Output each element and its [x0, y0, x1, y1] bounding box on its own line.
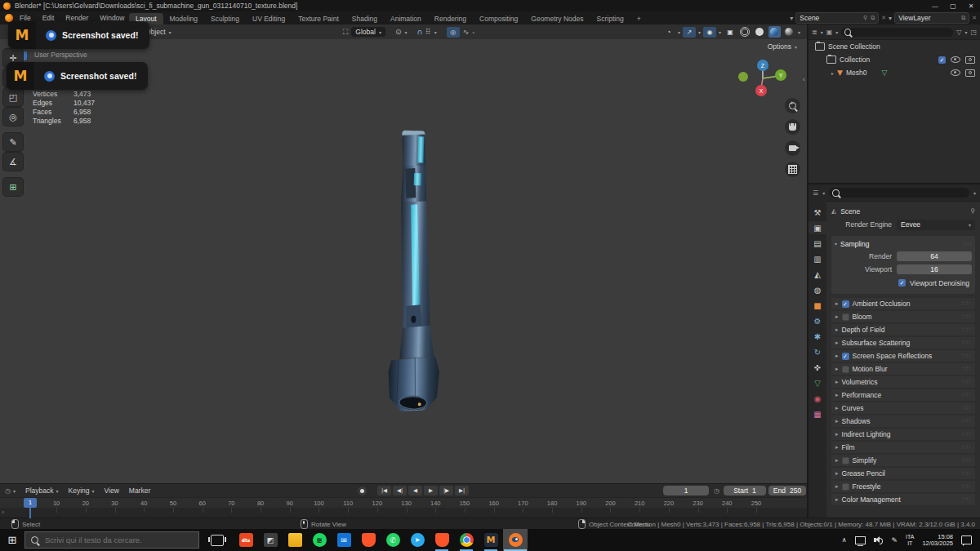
toast-notification[interactable]: M Screenshot saved! [7, 62, 148, 90]
taskbar-icon-dts[interactable]: dts [234, 529, 258, 551]
section-volumetrics[interactable]: ▸Volumetrics∷∷ [831, 376, 975, 388]
shading-chevron[interactable]: ▾ [798, 29, 800, 35]
render-samples-field[interactable]: 64 [897, 251, 972, 261]
visibility-chevron[interactable]: ▾ [678, 29, 680, 35]
minimize-button[interactable]: — [926, 2, 944, 10]
add-cube-tool[interactable]: ⊞ [3, 178, 23, 196]
outliner-row-collection[interactable]: Collection ✓ [808, 53, 980, 66]
overlays-toggle-icon[interactable]: ◉ [703, 27, 716, 38]
orientation-dropdown[interactable]: Global ▾ [351, 27, 385, 37]
options-dropdown[interactable]: Options ▾ [768, 42, 797, 51]
transform-tool[interactable]: ◎ [3, 108, 23, 126]
properties-tab-material[interactable]: ◉ [808, 392, 826, 405]
close-button[interactable]: ✕ [962, 2, 980, 10]
next-keyframe-button[interactable]: |▶ [439, 486, 453, 495]
viewport-3d[interactable]: User Perspective Options ▾ Vertices3,473… [0, 39, 807, 483]
timeline-menu-keying[interactable]: Keying▾ [69, 487, 95, 495]
properties-tab-output[interactable]: ▤ [808, 237, 826, 250]
jump-to-end-button[interactable]: ▶| [455, 486, 469, 495]
volume-icon[interactable] [874, 536, 884, 544]
properties-tab-constraints[interactable]: ✜ [808, 361, 826, 374]
workspace-tab-shading[interactable]: Shading [345, 13, 384, 24]
section-subsurface-scattering[interactable]: ▸Subsurface Scattering∷∷ [831, 337, 975, 349]
frame-start-field[interactable]: Start 1 [724, 486, 766, 495]
outliner-search[interactable] [841, 28, 953, 37]
render-engine-dropdown[interactable]: Eevee ▾ [897, 220, 975, 230]
falloff-icon[interactable]: ∿ [463, 28, 470, 36]
section-film[interactable]: ▸Film∷∷ [831, 442, 975, 453]
viewlayer-selector[interactable]: ViewLayer ⧉ [894, 12, 969, 24]
frame-end-field[interactable]: End 250 [768, 486, 806, 495]
toast-notification[interactable]: M Screenshot saved! [8, 21, 149, 49]
shading-rendered-button[interactable] [783, 26, 795, 38]
scene-selector[interactable]: Scene ⚲ ⧉ [795, 12, 879, 24]
workspace-tab-sculpting[interactable]: Sculpting [204, 13, 246, 24]
viewlayer-browse-icon[interactable]: ▾ [889, 15, 892, 22]
taskbar-search-input[interactable] [43, 535, 193, 545]
outliner-settings-icon[interactable]: ◳ [970, 29, 977, 36]
taskbar-icon-mail[interactable]: ✉ [332, 529, 356, 551]
properties-tab-modifiers[interactable]: ⚙ [808, 314, 826, 327]
taskbar-icon-brave-window[interactable] [430, 529, 454, 551]
taskbar-icon-chrome[interactable] [454, 529, 479, 551]
section-checkbox[interactable] [842, 313, 849, 321]
viewport-denoising-checkbox[interactable]: ✓ [898, 279, 906, 287]
scale-tool[interactable]: ◰ [3, 88, 23, 106]
workspace-tab-geometry-nodes[interactable]: Geometry Nodes [524, 13, 590, 24]
pin-icon[interactable]: ⚲ [970, 207, 975, 215]
editor-type-icon[interactable]: ☰ [813, 189, 818, 197]
start-button[interactable]: ⊞ [0, 534, 24, 546]
measure-tool[interactable]: ∡ [3, 153, 23, 171]
taskbar-icon-meshy[interactable]: M [479, 529, 503, 551]
delete-viewlayer-icon[interactable]: ✕ [972, 15, 977, 21]
properties-tab-tool[interactable]: ⚒ [808, 206, 826, 219]
properties-tab-object-data[interactable]: ▽ [808, 376, 826, 389]
delete-scene-icon[interactable]: ✕ [881, 15, 886, 21]
overlays-chevron[interactable]: ▾ [719, 29, 721, 35]
section-simplify[interactable]: ▸Simplify∷∷ [831, 455, 975, 466]
properties-tab-render[interactable]: ▣ [808, 221, 826, 234]
section-ambient-occlusion[interactable]: ▸Ambient Occlusion∷∷ [831, 298, 975, 309]
auto-keying-button[interactable] [358, 487, 367, 495]
previous-keyframe-button[interactable]: ◀| [393, 486, 407, 495]
properties-tab-physics[interactable]: ↻ [808, 345, 826, 358]
render-visibility-icon[interactable] [965, 69, 975, 77]
properties-search[interactable] [829, 188, 969, 198]
outliner-row-scene-collection[interactable]: Scene Collection [808, 40, 980, 53]
zoom-button[interactable] [785, 98, 800, 113]
section-grease-pencil[interactable]: ▸Grease Pencil∷∷ [831, 468, 975, 479]
sampling-header[interactable]: ▾ Sampling ∷∷ [835, 238, 972, 249]
outliner-row-mesh0[interactable]: ▸ ▼ Mesh0 ▽ [808, 66, 980, 79]
section-color-management[interactable]: ▸Color Management∷∷ [831, 494, 975, 505]
timeline-menu-view[interactable]: View [105, 487, 119, 495]
play-button[interactable]: ▶ [424, 486, 438, 495]
gun-model[interactable] [355, 122, 466, 420]
language-indicator[interactable]: ITA IT [906, 534, 914, 547]
display-mode-icon[interactable]: ≣ [812, 29, 817, 36]
network-icon[interactable] [855, 536, 866, 544]
section-indirect-lighting[interactable]: ▸Indirect Lighting∷∷ [831, 429, 975, 440]
workspace-tab-animation[interactable]: Animation [384, 13, 428, 24]
pin-icon[interactable]: ⚲ [863, 15, 867, 21]
annotate-tool[interactable]: ✎ [3, 133, 23, 151]
properties-tab-texture[interactable]: ▦ [808, 407, 826, 420]
expander-icon[interactable]: ▸ [831, 70, 834, 76]
timeline-editor-type[interactable]: ◷ ▾ [5, 487, 16, 495]
panel-divider[interactable] [807, 24, 808, 518]
section-screen-space-reflections[interactable]: ▸Screen Space Reflections∷∷ [831, 350, 975, 362]
timeline-ruler[interactable]: 1020304050607080901001101201301401501601… [0, 497, 807, 509]
funnel-chevron[interactable]: ▾ [964, 29, 967, 35]
maximize-button[interactable]: ▢ [944, 2, 962, 10]
gizmos-toggle-icon[interactable]: ↗ [683, 27, 696, 38]
taskbar-icon-telegram[interactable]: ➤ [405, 529, 430, 551]
filter-id-icon[interactable]: ▣ [826, 29, 833, 36]
properties-tab-view-layer[interactable]: ▥ [808, 252, 826, 265]
action-center-icon[interactable] [961, 535, 972, 544]
taskbar-icon-spotify[interactable]: ≋ [307, 529, 332, 551]
properties-tab-object[interactable]: ■ [808, 299, 826, 312]
snap-with-icon[interactable]: ⠿ [425, 28, 431, 36]
magnet-snap-icon[interactable]: ∩ [416, 28, 422, 36]
render-visibility-icon[interactable] [965, 56, 975, 64]
snap-chevron[interactable]: ▾ [434, 29, 437, 35]
pan-button[interactable] [785, 119, 800, 135]
